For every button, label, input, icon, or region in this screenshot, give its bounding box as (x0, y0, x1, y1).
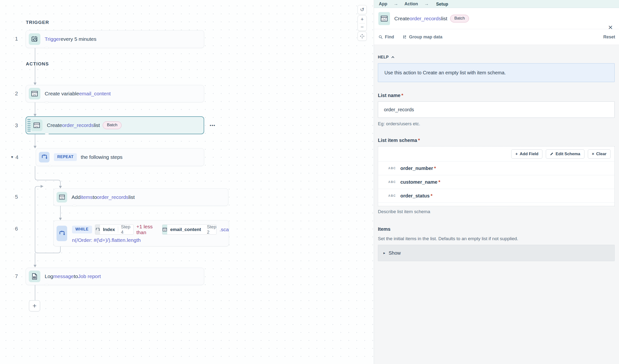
step-link[interactable]: items (81, 194, 93, 200)
step-link[interactable]: Trigger (45, 36, 61, 42)
find-button[interactable]: Find (378, 35, 394, 40)
variable-icon: [x] (29, 88, 40, 99)
connector-nub (45, 47, 49, 49)
connector-nub (45, 101, 49, 103)
step-card-log[interactable]: LOG Log message to Job report (26, 268, 204, 285)
field-name: order_number* (400, 166, 436, 171)
email-content-chip[interactable]: [x] email_content Step 2 (162, 225, 216, 235)
undo-icon: ↺ (360, 7, 364, 13)
plus-icon: + (515, 152, 518, 156)
tab-arrow-icon: → (424, 1, 429, 7)
schema-field-row[interactable]: ABC customer_name* (378, 175, 614, 189)
step-number-6: 6 (15, 226, 18, 232)
help-infobox: Use this action to Create an empty list … (378, 63, 615, 82)
step-text: Create order_records list Batch (47, 121, 122, 129)
while-badge: WHILE (72, 226, 92, 233)
step-card-trigger[interactable]: Trigger every 5 minutes (26, 30, 204, 48)
repeat-badge: REPEAT (54, 153, 77, 161)
list-name-link[interactable]: order_records (409, 16, 441, 22)
svg-text:[x]: [x] (35, 124, 38, 127)
field-type-abc: ABC (388, 180, 396, 184)
step-number-1: 1 (15, 36, 18, 42)
field-name: customer_name* (400, 179, 440, 185)
collapse-caret-icon[interactable]: ▾ (11, 155, 13, 159)
operator-text: +1 less than (137, 224, 159, 235)
batch-badge: Batch (103, 121, 121, 129)
svg-text:[x]: [x] (60, 197, 63, 199)
connector-nub (45, 284, 49, 286)
step-text: Trigger every 5 minutes (45, 36, 96, 42)
step-text: REPEAT the following steps (54, 153, 123, 161)
expression-text: .sca (219, 227, 229, 232)
field-name: order_status* (400, 193, 433, 199)
schema-field-row[interactable]: ABC order_number* (378, 162, 614, 175)
step-card-add-items[interactable]: [x] Add items to order_records list (53, 188, 228, 206)
variable-icon: [x] (31, 120, 42, 131)
step-link[interactable]: email_content (79, 91, 111, 96)
svg-text:[x]: [x] (33, 93, 36, 96)
step-number-5: 5 (15, 194, 18, 200)
loop-index-icon (95, 225, 100, 235)
step-overflow-menu[interactable]: ••• (210, 123, 215, 128)
zoom-controls: + − (358, 15, 367, 31)
help-collapse-toggle[interactable]: HELP (378, 55, 394, 59)
items-show-toggle[interactable]: ▸ Show (378, 245, 615, 261)
reset-button[interactable]: Reset (603, 35, 615, 40)
step-link[interactable]: Job report (78, 273, 101, 279)
connector-nub (45, 133, 49, 135)
connector-nub (48, 165, 52, 167)
panel-header: [x] Create order_records list Batch × (374, 8, 619, 29)
svg-text:LOG: LOG (33, 277, 36, 278)
step-card-while[interactable]: WHILE Index Step 4 +1 less than (53, 220, 229, 246)
list-name-label: List name* (378, 93, 403, 98)
step-number-7: 7 (15, 273, 18, 280)
zoom-out-button[interactable]: − (358, 23, 366, 31)
schema-hint: Describe list item schema (378, 209, 430, 214)
group-map-data-button[interactable]: Group map data (403, 35, 442, 40)
add-step-button[interactable]: + (29, 300, 40, 311)
caret-right-icon: ▸ (383, 251, 385, 255)
edit-schema-button[interactable]: Edit Schema (546, 149, 584, 159)
step-card-repeat[interactable]: REPEAT the following steps (36, 148, 204, 166)
setup-panel: App → Action → Setup [x] Create order_re… (374, 0, 619, 364)
step-link[interactable]: message (53, 273, 74, 279)
step-text: Create variable email_content (45, 91, 111, 96)
step-card-create-variable[interactable]: [x] Create variable email_content (26, 85, 204, 102)
workflow-canvas[interactable]: TRIGGER ACTIONS 1 2 3 ▾ 4 5 6 7 Trigger … (0, 0, 374, 364)
expression-text-line2: n(/Order: #(\d+)/).flatten.length (72, 237, 229, 243)
panel-tabbar: App → Action → Setup (374, 0, 619, 8)
tab-action[interactable]: Action (405, 1, 418, 7)
chevron-up-icon (391, 56, 394, 58)
clear-schema-button[interactable]: × Clear (588, 149, 611, 159)
step-link[interactable]: order_records (62, 122, 94, 128)
schema-editor: + Add Field Edit Schema × Clear (378, 146, 615, 206)
schema-field-row[interactable]: ABC order_status* (378, 189, 614, 203)
reset-view-button[interactable]: ↺ (358, 5, 367, 14)
step-text: Add items to order_records list (71, 194, 135, 200)
step-link[interactable]: order_records (97, 194, 128, 200)
trigger-section-label: TRIGGER (26, 20, 49, 25)
step-number-2: 2 (15, 91, 18, 97)
step-number-4: 4 (15, 154, 18, 161)
trigger-schedule-icon (29, 33, 40, 45)
items-label: Items (378, 226, 391, 232)
svg-text:[x]: [x] (164, 229, 166, 231)
list-name-input[interactable] (378, 101, 615, 118)
batch-badge: Batch (450, 15, 469, 22)
while-condition: WHILE Index Step 4 +1 less than (72, 224, 229, 243)
schema-button-row: + Add Field Edit Schema × Clear (378, 147, 614, 162)
actions-section-label: ACTIONS (26, 61, 49, 67)
variable-icon: [x] (56, 192, 67, 202)
pencil-icon (550, 152, 553, 156)
zoom-in-button[interactable]: + (358, 16, 366, 23)
drag-handle-icon[interactable] (27, 119, 30, 132)
fit-view-button[interactable] (358, 32, 367, 41)
index-variable-chip[interactable]: Index Step 4 (95, 225, 134, 235)
panel-title: Create order_records list Batch (394, 15, 469, 22)
tab-app[interactable]: App (379, 1, 387, 7)
connector-nub (72, 205, 76, 207)
add-field-button[interactable]: + Add Field (511, 149, 542, 159)
variable-icon: [x] (162, 225, 167, 235)
step-card-create-list-selected[interactable]: [x] Create order_records list Batch (26, 116, 204, 134)
columns-icon (403, 35, 407, 39)
